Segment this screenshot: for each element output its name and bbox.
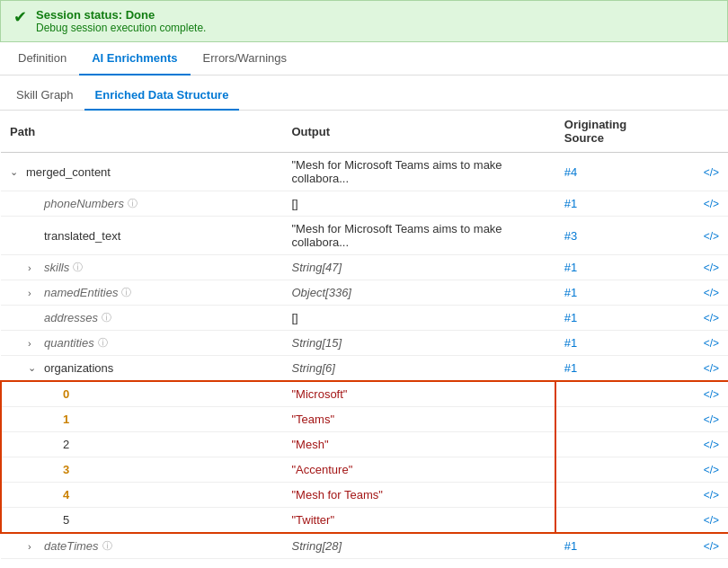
table-row: ›dateTimes ⓘString[28]#1</> (1, 533, 728, 559)
sub-tabs: Skill Graph Enriched Data Structure (0, 75, 728, 111)
expand-icon[interactable]: › (28, 541, 40, 552)
output-value: String[6] (291, 361, 334, 375)
table-row: ›skills ⓘString[47]#1</> (1, 255, 728, 280)
source-link[interactable]: #1 (564, 311, 577, 324)
info-icon[interactable]: ⓘ (102, 539, 112, 553)
table-row: 1"Teams"</> (1, 407, 728, 432)
code-icon[interactable]: </> (704, 464, 719, 476)
path-name: 5 (63, 513, 69, 527)
path-name: 4 (63, 488, 69, 501)
sub-tab-enriched-data[interactable]: Enriched Data Structure (84, 81, 240, 111)
table-row: phoneNumbers ⓘ[]#1</> (1, 191, 728, 217)
tab-ai-enrichments[interactable]: AI Enrichments (79, 42, 190, 75)
output-value: String[47] (291, 261, 342, 274)
table-header-row: Path Output Originating Source (1, 111, 728, 153)
col-header-path: Path (1, 111, 282, 153)
sub-tab-skill-graph[interactable]: Skill Graph (5, 81, 84, 111)
path-name: addresses (44, 311, 98, 324)
expand-icon[interactable]: › (28, 288, 40, 298)
output-value: "Teams" (291, 413, 334, 426)
table-row: 5"Twitter"</> (1, 508, 728, 534)
table-row: ›quantities ⓘString[15]#1</> (1, 331, 728, 356)
output-value: String[28] (291, 539, 342, 553)
session-status-title: Session status: Done (36, 8, 206, 22)
table-row: ⌄organizationsString[6]#1</> (1, 356, 728, 382)
output-value: "Microsoft" (291, 387, 347, 401)
code-icon[interactable]: </> (704, 489, 719, 501)
path-name: 1 (63, 413, 69, 426)
session-banner: ✔ Session status: Done Debug session exe… (0, 0, 728, 42)
source-link[interactable]: #1 (564, 197, 577, 210)
source-link[interactable]: #4 (564, 165, 577, 179)
table-row: translated_text"Mesh for Microsoft Teams… (1, 217, 728, 255)
code-icon[interactable]: </> (704, 439, 719, 451)
expand-icon[interactable]: › (28, 338, 40, 349)
path-name: dateTimes (44, 539, 99, 553)
tab-definition[interactable]: Definition (5, 42, 79, 75)
source-link[interactable]: #1 (564, 261, 577, 274)
info-icon[interactable]: ⓘ (128, 197, 138, 210)
code-icon[interactable]: </> (704, 540, 719, 553)
info-icon[interactable]: ⓘ (98, 336, 108, 350)
code-icon[interactable]: </> (704, 514, 719, 527)
session-status-subtitle: Debug session execution complete. (36, 22, 206, 34)
table-row: 2"Mesh"</> (1, 432, 728, 457)
expand-icon[interactable]: › (28, 262, 40, 273)
code-icon[interactable]: </> (704, 312, 719, 324)
path-name: 2 (63, 438, 69, 451)
col-header-output: Output (282, 111, 555, 153)
col-header-actions (673, 111, 728, 153)
output-value: [] (291, 197, 297, 210)
code-icon[interactable]: </> (704, 413, 719, 426)
table-row: 3"Accenture"</> (1, 457, 728, 483)
source-link[interactable]: #1 (564, 336, 577, 350)
banner-text: Session status: Done Debug session execu… (36, 8, 206, 34)
info-icon[interactable]: ⓘ (73, 261, 83, 274)
table-row: addresses ⓘ[]#1</> (1, 306, 728, 331)
code-icon[interactable]: </> (704, 362, 719, 375)
data-table-container: Path Output Originating Source ⌄merged_c… (0, 111, 728, 559)
source-link[interactable]: #1 (564, 539, 577, 553)
path-name: quantities (44, 336, 94, 350)
tab-errors-warnings[interactable]: Errors/Warnings (191, 42, 299, 75)
info-icon[interactable]: ⓘ (102, 311, 111, 324)
path-name: translated_text (44, 229, 120, 243)
source-link[interactable]: #1 (564, 361, 577, 375)
col-header-source: Originating Source (555, 111, 673, 153)
table-row: ›namedEntities ⓘObject[336]#1</> (1, 280, 728, 306)
table-row: 0"Microsoft"</> (1, 381, 728, 407)
code-icon[interactable]: </> (704, 388, 719, 401)
code-icon[interactable]: </> (704, 166, 719, 179)
code-icon[interactable]: </> (704, 287, 719, 299)
path-name: phoneNumbers (44, 197, 124, 210)
path-name: skills (44, 261, 69, 274)
check-icon: ✔ (13, 9, 27, 25)
table-row: ⌄merged_content"Mesh for Microsoft Teams… (1, 153, 728, 191)
source-link[interactable]: #3 (564, 229, 577, 243)
code-icon[interactable]: </> (704, 337, 719, 350)
output-value: "Mesh" (291, 438, 328, 451)
output-value: [] (291, 311, 297, 324)
top-tabs: Definition AI Enrichments Errors/Warning… (0, 42, 728, 75)
output-value: "Accenture" (291, 463, 352, 476)
code-icon[interactable]: </> (704, 198, 719, 210)
table-row: 4"Mesh for Teams"</> (1, 483, 728, 508)
path-name: merged_content (26, 165, 111, 179)
enriched-data-table: Path Output Originating Source ⌄merged_c… (0, 111, 728, 559)
expand-icon[interactable]: ⌄ (28, 362, 40, 374)
output-value: "Mesh for Teams" (291, 488, 382, 501)
code-icon[interactable]: </> (704, 230, 719, 243)
source-link[interactable]: #1 (564, 286, 577, 299)
output-value: Object[336] (291, 286, 351, 299)
output-value: "Mesh for Microsoft Teams aims to make c… (291, 158, 502, 185)
path-name: 3 (63, 463, 69, 476)
expand-icon[interactable]: ⌄ (10, 166, 22, 178)
output-value: "Mesh for Microsoft Teams aims to make c… (291, 222, 502, 249)
output-value: "Twitter" (291, 513, 334, 527)
code-icon[interactable]: </> (704, 262, 719, 274)
path-name: 0 (63, 387, 69, 401)
path-name: organizations (44, 361, 113, 375)
path-name: namedEntities (44, 286, 118, 299)
info-icon[interactable]: ⓘ (121, 286, 131, 299)
output-value: String[15] (291, 336, 342, 350)
